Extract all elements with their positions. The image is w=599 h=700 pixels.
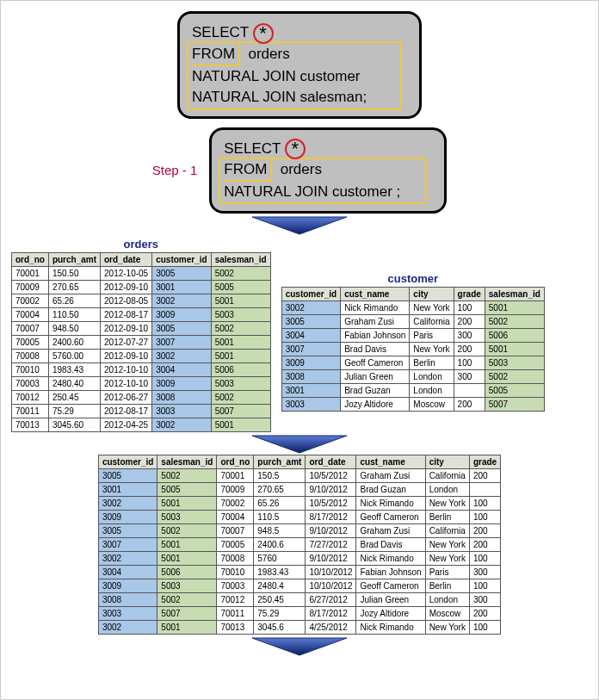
table-row: 3005500270007948.59/10/2012Graham ZusiCa…	[98, 524, 500, 538]
table-row: 3009Geoff CameronBerlin1005003	[281, 356, 544, 370]
col-header: customer_id	[281, 288, 340, 301]
svg-marker-2	[252, 638, 347, 655]
col-header: ord_date	[101, 253, 152, 267]
col-header: grade	[454, 288, 485, 301]
sql-line: SELECT *	[192, 22, 407, 44]
arrow-down-icon	[248, 635, 351, 657]
table-row: 30025001700133045.64/25/2012Nick Rimando…	[98, 621, 500, 635]
arrow-down-icon	[248, 214, 351, 236]
col-header: salesman_id	[211, 253, 270, 267]
table-row: 3001500570009270.659/10/2012Brad GuzanLo…	[98, 483, 500, 497]
table-row: 3009500370004110.58/17/2012Geoff Cameron…	[98, 511, 500, 524]
col-header: ord_no	[217, 455, 254, 469]
table-row: 70012250.452012-06-2730085002	[12, 391, 271, 405]
table-row: 30075001700052400.67/27/2012Brad DavisNe…	[98, 538, 500, 552]
col-header: purch_amt	[48, 253, 100, 267]
customer-title: customer	[281, 272, 545, 285]
table-row: 70009270.652012-09-1030015005	[12, 281, 271, 294]
sql-box-step1: SELECT * FROM orders NATURAL JOIN custom…	[209, 127, 447, 214]
table-row: 3003Jozy AltidoreMoscow2005007	[281, 398, 544, 412]
table-row: 70007948.502012-09-1030055002	[12, 322, 271, 336]
sql-box-full: SELECT * FROM orders NATURAL JOIN custom…	[177, 11, 422, 119]
sql-line: FROM orders	[192, 44, 407, 66]
table-row: 3007Brad DavisNew York2005001	[281, 343, 544, 356]
table-row: 700052400.602012-07-2730075001	[12, 336, 271, 350]
joined-table: customer_idsalesman_idord_nopurch_amtord…	[98, 455, 501, 635]
col-header: cust_name	[341, 288, 410, 301]
table-row: 3004Fabian JohnsonParis3005006	[281, 329, 544, 343]
table-row: 7001175.292012-08-1730035007	[12, 405, 271, 418]
table-row: 30045006700101983.4310/10/2012Fabian Joh…	[98, 566, 500, 579]
table-row: 3001Brad GuzanLondon5005	[281, 384, 544, 398]
asterisk-icon: *	[253, 23, 274, 44]
table-row: 3008500270012250.456/27/2012Julian Green…	[98, 593, 500, 607]
table-row: 700101983.432012-10-1030045006	[12, 363, 271, 377]
col-header: purch_amt	[254, 455, 306, 469]
table-row: 30095003700032480.410/10/2012Geoff Camer…	[98, 579, 500, 593]
table-row: 700032480.402012-10-1030095003	[12, 377, 271, 391]
col-header: customer_id	[98, 455, 157, 469]
col-header: cust_name	[356, 455, 425, 469]
svg-marker-1	[252, 436, 347, 453]
customer-table: customer_idcust_namecitygradesalesman_id…	[281, 287, 545, 412]
col-header: grade	[469, 455, 500, 469]
table-row: 70001150.502012-10-0530055002	[12, 267, 271, 281]
table-row: 300250017000265.2610/5/2012Nick RimandoN…	[98, 497, 500, 511]
asterisk-icon: *	[285, 139, 306, 159]
table-row: 70004110.502012-08-1730095003	[12, 308, 271, 322]
col-header: ord_no	[12, 253, 49, 267]
sql-line: NATURAL JOIN salesman;	[192, 87, 407, 108]
col-header: salesman_id	[485, 288, 544, 301]
svg-marker-0	[252, 217, 347, 234]
orders-table: ord_nopurch_amtord_datecustomer_idsalesm…	[11, 252, 271, 432]
col-header: city	[425, 455, 469, 469]
table-row: 3002Nick RimandoNew York1005001	[281, 301, 544, 315]
col-header: city	[410, 288, 454, 301]
table-row: 3005500270001150.510/5/2012Graham ZusiCa…	[98, 469, 500, 483]
orders-title: orders	[11, 238, 271, 251]
col-header: salesman_id	[157, 455, 217, 469]
col-header: ord_date	[306, 455, 356, 469]
table-row: 300250017000857609/10/2012Nick RimandoNe…	[98, 552, 500, 566]
table-row: 3008Julian GreenLondon3005002	[281, 370, 544, 384]
sql-line: NATURAL JOIN customer ;	[224, 182, 432, 202]
table-row: 7000265.262012-08-0530025001	[12, 294, 271, 308]
sql-line: SELECT *	[224, 139, 432, 160]
sql-line: NATURAL JOIN customer	[192, 66, 407, 87]
table-row: 700085760.002012-09-1030025001	[12, 350, 271, 363]
step-label: Step - 1	[152, 163, 198, 177]
table-row: 3005Graham ZusiCalifornia2005002	[281, 315, 544, 329]
col-header: customer_id	[152, 253, 211, 267]
sql-line: FROM orders	[224, 159, 432, 182]
table-row: 300350077001175.298/17/2012Jozy Altidore…	[98, 607, 500, 621]
arrow-down-icon	[248, 432, 351, 455]
table-row: 700133045.602012-04-2530025001	[12, 418, 271, 432]
